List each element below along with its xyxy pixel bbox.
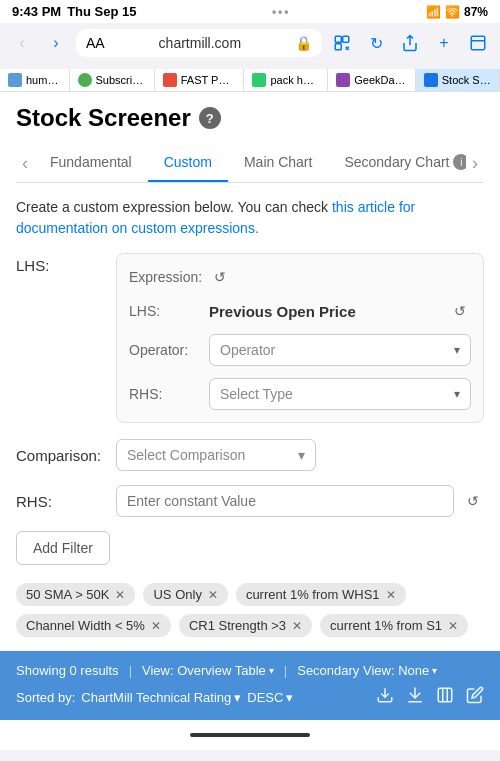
tabs-button[interactable] (464, 29, 492, 57)
inner-lhs-label: LHS: (129, 303, 209, 319)
rhs-reset-button[interactable]: ↺ (462, 490, 484, 512)
lhs-reset-button[interactable]: ↺ (449, 300, 471, 322)
sort-actions (376, 686, 484, 708)
tab-humhub[interactable]: humhub-b (0, 69, 70, 91)
description-area: Create a custom expression below. You ca… (0, 183, 500, 253)
status-bar: 9:43 PM Thu Sep 15 ••• 📶 🛜 87% (0, 0, 500, 23)
lhs-value: Previous Open Price (209, 303, 449, 320)
operator-dropdown[interactable]: Operator ▾ (209, 334, 471, 366)
rhs-inner-label: RHS: (129, 386, 209, 402)
remove-filter-1[interactable]: ✕ (208, 588, 218, 602)
view-chevron: ▾ (269, 665, 274, 676)
edit-button[interactable] (466, 686, 484, 708)
outer-rhs-row: RHS: ↺ (16, 485, 484, 517)
tab-main-chart[interactable]: Main Chart (228, 144, 328, 182)
lhs-row: LHS: Expression: ↺ LHS: Previous Open Pr… (16, 253, 484, 423)
inner-lhs-row: LHS: Previous Open Price ↺ (129, 300, 471, 322)
wifi-icon: 🛜 (445, 5, 460, 19)
sorted-by-label: Sorted by: (16, 690, 75, 705)
domain-display: chartmill.com (111, 35, 289, 51)
tab-subscription[interactable]: Subscription... (70, 69, 155, 91)
page-title-row: Stock Screener ? (16, 104, 484, 132)
svg-rect-3 (471, 36, 485, 50)
tab-secondary-chart[interactable]: Secondary Chart i (328, 144, 466, 182)
comparison-dropdown[interactable]: Select Comparison ▾ (116, 439, 316, 471)
home-indicator (0, 720, 500, 750)
browser-chrome: ‹ › AA chartmill.com 🔒 ↻ + (0, 23, 500, 69)
remove-filter-2[interactable]: ✕ (386, 588, 396, 602)
download-button[interactable] (406, 686, 424, 708)
sort-field-chevron: ▾ (234, 690, 241, 705)
status-left: 9:43 PM Thu Sep 15 (12, 4, 137, 19)
columns-button[interactable] (436, 686, 454, 708)
page-title-text: Stock Screener (16, 104, 191, 132)
tab-packhacker[interactable]: pack hacker... (244, 69, 328, 91)
airdrop-button[interactable] (328, 29, 356, 57)
svg-rect-1 (343, 36, 349, 42)
three-dots: ••• (272, 5, 291, 19)
help-icon[interactable]: ? (199, 107, 221, 129)
constant-input[interactable] (116, 485, 454, 517)
secondary-view-chevron: ▾ (432, 665, 437, 676)
lock-icon: 🔒 (295, 35, 312, 51)
tabs-bar: humhub-b Subscription... FAST Pack Li...… (0, 69, 500, 92)
filter-tag-1: US Only ✕ (143, 583, 227, 606)
sort-left: Sorted by: ChartMill Technical Rating ▾ … (16, 690, 293, 705)
remove-filter-5[interactable]: ✕ (448, 619, 458, 633)
remove-filter-4[interactable]: ✕ (292, 619, 302, 633)
share-button[interactable] (396, 29, 424, 57)
expression-label: Expression: (129, 269, 209, 285)
expression-box: Expression: ↺ LHS: Previous Open Price ↺… (116, 253, 484, 423)
results-top-row: Showing 0 results | View: Overview Table… (16, 663, 484, 678)
date-display: Thu Sep 15 (67, 4, 136, 19)
new-tab-button[interactable]: + (430, 29, 458, 57)
svg-rect-0 (335, 36, 341, 42)
tab-geekdad[interactable]: GeekDad Re... (328, 69, 416, 91)
remove-filter-3[interactable]: ✕ (151, 619, 161, 633)
results-bar: Showing 0 results | View: Overview Table… (0, 651, 500, 720)
tab-nav-items: Fundamental Custom Main Chart Secondary … (34, 144, 466, 182)
expression-header-row: Expression: ↺ (129, 266, 471, 288)
comparison-row: Comparison: Select Comparison ▾ (16, 439, 484, 471)
lhs-label: LHS: (16, 253, 116, 274)
sort-field-dropdown[interactable]: ChartMill Technical Rating ▾ (81, 690, 241, 705)
outer-rhs-label: RHS: (16, 493, 116, 510)
signal-icon: 📶 (426, 5, 441, 19)
tab-next-button[interactable]: › (466, 153, 484, 174)
svg-rect-2 (335, 44, 341, 50)
tab-navigation: ‹ Fundamental Custom Main Chart Secondar… (16, 144, 484, 183)
tab-fundamental[interactable]: Fundamental (34, 144, 148, 182)
operator-row: Operator: Operator ▾ (129, 334, 471, 366)
view-dropdown[interactable]: View: Overview Table ▾ (142, 663, 274, 678)
add-filter-button[interactable]: Add Filter (16, 531, 110, 565)
svg-rect-4 (438, 688, 452, 702)
main-content: Stock Screener ? ‹ Fundamental Custom Ma… (0, 92, 500, 720)
sort-row: Sorted by: ChartMill Technical Rating ▾ … (16, 686, 484, 708)
status-right: 📶 🛜 87% (426, 5, 488, 19)
tab-custom[interactable]: Custom (148, 144, 228, 182)
rhs-type-dropdown[interactable]: Select Type ▾ (209, 378, 471, 410)
sort-order-dropdown[interactable]: DESC ▾ (247, 690, 293, 705)
remove-filter-0[interactable]: ✕ (115, 588, 125, 602)
filter-tag-5: current 1% from S1 ✕ (320, 614, 468, 637)
back-button[interactable]: ‹ (8, 29, 36, 57)
forward-button[interactable]: › (42, 29, 70, 57)
filter-tag-2: current 1% from WHS1 ✕ (236, 583, 406, 606)
tab-fastpack[interactable]: FAST Pack Li... (155, 69, 245, 91)
tab-stockscreener[interactable]: Stock Scree... (416, 69, 500, 91)
battery-display: 87% (464, 5, 488, 19)
refresh-button[interactable]: ↻ (362, 29, 390, 57)
filter-tags-container: 50 SMA > 50K ✕ US Only ✕ current 1% from… (0, 583, 500, 637)
reader-mode-label: AA (86, 35, 105, 51)
filter-tag-4: CR1 Strength >3 ✕ (179, 614, 312, 637)
comparison-label: Comparison: (16, 447, 116, 464)
address-bar[interactable]: AA chartmill.com 🔒 (76, 29, 322, 57)
rhs-type-row: RHS: Select Type ▾ (129, 378, 471, 410)
time-display: 9:43 PM (12, 4, 61, 19)
secondary-view-dropdown[interactable]: Secondary View: None ▾ (297, 663, 437, 678)
download-csv-button[interactable] (376, 686, 394, 708)
expression-reset-button[interactable]: ↺ (209, 266, 231, 288)
tab-prev-button[interactable]: ‹ (16, 153, 34, 174)
rhs-input-wrap: ↺ (116, 485, 484, 517)
page-header: Stock Screener ? ‹ Fundamental Custom Ma… (0, 92, 500, 183)
